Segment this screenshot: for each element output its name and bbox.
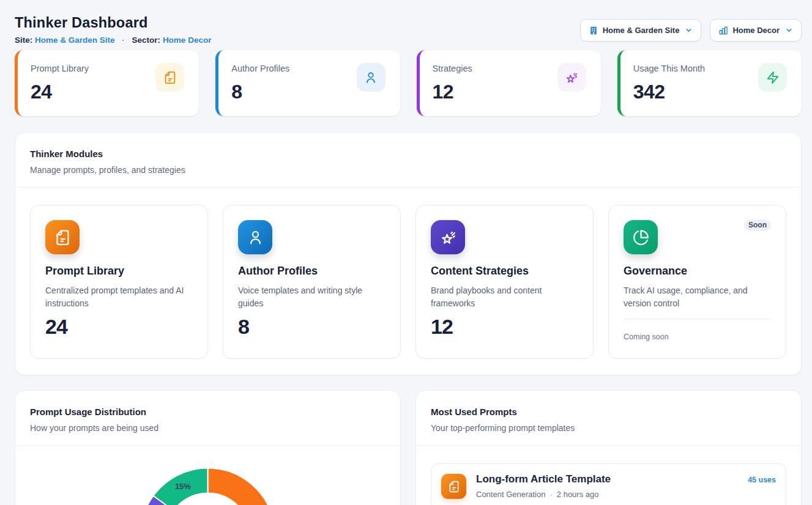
stat-card-strategies: Strategies 12 — [417, 50, 601, 116]
user-icon — [238, 220, 272, 254]
module-card-prompt-library[interactable]: Prompt Library Centralized prompt templa… — [30, 205, 208, 359]
module-description: Centralized prompt templates and AI inst… — [45, 284, 193, 309]
zap-icon — [758, 63, 787, 92]
donut-slice — [208, 468, 275, 505]
module-title: Content Strategies — [431, 265, 578, 277]
modules-panel: Thinker Modules Manage prompts, profiles… — [15, 132, 802, 375]
coming-soon-label: Coming soon — [624, 332, 771, 342]
stat-label: Prompt Library — [31, 64, 89, 73]
modules-panel-title: Thinker Modules — [30, 147, 786, 161]
chevron-down-icon — [785, 26, 793, 34]
usage-distribution-panel: Prompt Usage Distribution How your promp… — [15, 390, 401, 505]
prompts-panel-header: Most Used Prompts Your top-performing pr… — [416, 391, 801, 446]
bottom-row: Prompt Usage Distribution How your promp… — [15, 390, 802, 505]
modules-panel-subtitle: Manage prompts, profiles, and strategies — [30, 164, 786, 176]
site-link[interactable]: Home & Garden Site — [35, 35, 115, 45]
prompt-item-body: Long-form Article Template Content Gener… — [476, 474, 738, 499]
modules-panel-header: Thinker Modules Manage prompts, profiles… — [15, 133, 801, 188]
prompt-item-category: Content Generation — [476, 490, 545, 499]
prompt-list-item[interactable]: Long-form Article Template Content Gener… — [431, 463, 786, 505]
sector-link[interactable]: Home Decor — [163, 35, 212, 45]
module-count: 12 — [431, 316, 578, 337]
page-title: Thinker Dashboard — [15, 14, 148, 31]
donut-slice-label: 15% — [175, 482, 191, 491]
prompt-list: Long-form Article Template Content Gener… — [416, 446, 801, 505]
site-dropdown-label: Home & Garden Site — [603, 26, 680, 35]
module-card-governance[interactable]: Soon Governance Track AI usage, complian… — [608, 205, 786, 359]
user-icon — [357, 63, 386, 92]
site-label: Site: — [15, 35, 32, 45]
prompt-item-uses: 45 uses — [748, 474, 776, 485]
soon-badge: Soon — [744, 219, 771, 231]
prompt-item-time: 2 hours ago — [557, 490, 599, 499]
most-used-prompts-panel: Most Used Prompts Your top-performing pr… — [415, 390, 802, 505]
stat-card-prompt-library: Prompt Library 24 — [15, 50, 199, 116]
stat-value: 24 — [31, 82, 89, 101]
stat-label: Strategies — [433, 64, 472, 73]
stat-card-author-profiles: Author Profiles 8 — [215, 50, 400, 116]
module-count: 24 — [45, 316, 193, 337]
stat-label: Author Profiles — [231, 64, 289, 73]
document-icon — [441, 474, 466, 499]
module-title: Governance — [624, 265, 771, 277]
sector-dropdown-label: Home Decor — [732, 26, 780, 35]
prompt-item-meta: Content Generation·2 hours ago — [476, 490, 738, 499]
chevron-down-icon — [685, 26, 693, 34]
stat-value: 8 — [231, 82, 289, 101]
site-dropdown[interactable]: Home & Garden Site — [580, 19, 702, 42]
usage-panel-subtitle: How your prompts are being used — [30, 422, 386, 434]
prompts-panel-subtitle: Your top-performing prompt templates — [431, 422, 786, 434]
breadcrumb: Site: Home & Garden Site · Sector: Home … — [15, 34, 211, 46]
module-card-content-strategies[interactable]: Content Strategies Brand playbooks and c… — [415, 205, 594, 359]
bar-chart-icon — [718, 26, 728, 35]
header-controls: Home & Garden Site Home Decor — [580, 19, 802, 42]
breadcrumb-separator: · — [117, 35, 130, 45]
star-sparkle-icon — [557, 63, 586, 92]
module-count: 8 — [238, 316, 386, 337]
sector-dropdown[interactable]: Home Decor — [710, 19, 802, 42]
modules-grid: Prompt Library Centralized prompt templa… — [15, 188, 801, 375]
usage-donut-chart: 45%25%15%15% — [15, 446, 400, 505]
building-icon — [589, 26, 598, 35]
module-title: Author Profiles — [238, 265, 386, 277]
sector-label: Sector: — [132, 35, 161, 45]
stat-cards-row: Prompt Library 24 Author Profiles 8 — [15, 50, 802, 116]
stat-card-usage: Usage This Month 342 — [617, 50, 802, 116]
document-icon — [45, 220, 80, 254]
stat-value: 342 — [633, 82, 705, 101]
prompt-item-title: Long-form Article Template — [476, 474, 738, 485]
stat-label: Usage This Month — [633, 64, 705, 73]
module-description: Brand playbooks and content frameworks — [431, 284, 578, 309]
donut-svg: 45%25%15%15% — [15, 446, 400, 505]
star-sparkle-icon — [431, 220, 465, 254]
meta-separator: · — [545, 490, 556, 499]
stat-value: 12 — [433, 82, 472, 101]
pie-chart-icon — [624, 220, 658, 254]
module-divider — [624, 319, 771, 319]
module-card-author-profiles[interactable]: Author Profiles Voice templates and writ… — [223, 205, 401, 359]
dashboard-page: Thinker Dashboard Site: Home & Garden Si… — [0, 0, 812, 505]
module-title: Prompt Library — [45, 265, 193, 277]
usage-panel-header: Prompt Usage Distribution How your promp… — [15, 391, 400, 446]
document-icon — [155, 63, 184, 92]
prompts-panel-title: Most Used Prompts — [431, 405, 786, 419]
module-description: Track AI usage, compliance, and version … — [624, 284, 771, 309]
page-header: Thinker Dashboard Site: Home & Garden Si… — [15, 0, 802, 50]
module-description: Voice templates and writing style guides — [238, 284, 386, 309]
usage-panel-title: Prompt Usage Distribution — [30, 405, 386, 419]
